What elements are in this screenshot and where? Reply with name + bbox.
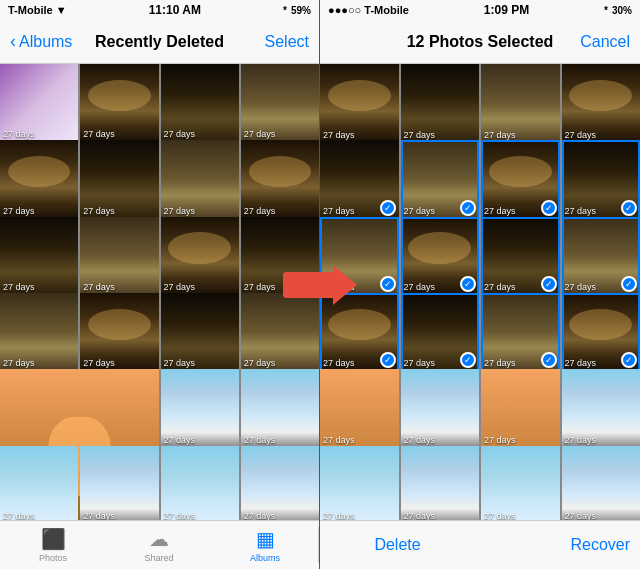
photo-cell[interactable]: 27 days	[481, 369, 560, 448]
photo-cell[interactable]: 27 days	[0, 217, 78, 295]
days-label: 27 days	[164, 129, 196, 139]
battery-right: 30%	[612, 5, 632, 16]
tab-albums[interactable]: ▦ Albums	[212, 527, 318, 563]
photo-cell[interactable]: 27 days ✓	[562, 140, 641, 219]
photo-cell[interactable]: 27 days ✓	[562, 217, 641, 296]
photo-cell[interactable]: 27 days	[161, 217, 239, 295]
photo-cell[interactable]: 27 days	[0, 64, 78, 142]
photo-cell[interactable]: 27 days	[241, 217, 319, 295]
photo-cell[interactable]: 27 days	[80, 64, 158, 142]
photo-cell[interactable]: 27 days	[562, 64, 641, 143]
right-tab-bar: Delete Recover	[320, 520, 640, 569]
days-label: 27 days	[323, 511, 355, 520]
days-label: 27 days	[164, 435, 196, 445]
days-label: 27 days	[323, 282, 355, 292]
photo-cell[interactable]: 27 days ✓	[401, 217, 480, 296]
status-icons-left: * 59%	[283, 5, 311, 16]
photo-cell[interactable]: 27 days	[401, 64, 480, 143]
photo-cell[interactable]: 27 days ✓	[401, 140, 480, 219]
photo-cell[interactable]: 27 days ✓	[481, 293, 560, 372]
photo-cell[interactable]: 27 days	[161, 369, 239, 447]
photo-cell[interactable]: 27 days	[241, 140, 319, 218]
days-label: 27 days	[3, 511, 35, 520]
photo-cell[interactable]: 27 days	[320, 64, 399, 143]
delete-label[interactable]: Delete	[374, 536, 420, 554]
left-photo-grid: 27 days 27 days 27 days 27 days 27 days	[0, 64, 319, 520]
days-label: 27 days	[244, 358, 276, 368]
photo-cell[interactable]: 27 days ✓	[320, 140, 399, 219]
tab-albums-label: Albums	[250, 553, 280, 563]
photo-cell[interactable]: 27 days	[241, 369, 319, 447]
photo-cell[interactable]: 27 days	[161, 140, 239, 218]
photo-cell[interactable]: 27 days	[80, 446, 158, 520]
tab-photos[interactable]: ⬛ Photos	[0, 527, 106, 563]
tab-photos-label: Photos	[39, 553, 67, 563]
albums-icon: ▦	[256, 527, 275, 551]
photo-cell[interactable]: 27 days	[161, 64, 239, 142]
days-label: 27 days	[565, 435, 597, 445]
right-header-title: 12 Photos Selected	[407, 33, 554, 51]
recover-button[interactable]: Recover	[475, 536, 640, 554]
days-label: 27 days	[565, 511, 597, 520]
photo-cell[interactable]: 27 days	[80, 140, 158, 218]
left-panel: T-Mobile ▼ 11:10 AM * 59% ‹ Albums Recen…	[0, 0, 320, 569]
days-label: 27 days	[83, 129, 115, 139]
photo-cell[interactable]: 27 days	[320, 446, 399, 520]
days-label: 27 days	[484, 206, 516, 216]
photo-cell[interactable]: 27 days	[80, 217, 158, 295]
recover-label[interactable]: Recover	[570, 536, 630, 554]
photo-cell[interactable]: 27 days	[0, 140, 78, 218]
days-label: 27 days	[83, 511, 115, 520]
selection-badge: ✓	[541, 276, 557, 292]
back-button[interactable]: ‹ Albums	[10, 31, 72, 52]
cancel-button[interactable]: Cancel	[580, 33, 630, 50]
days-label: 27 days	[3, 206, 35, 216]
days-label: 27 days	[565, 358, 597, 368]
cancel-action[interactable]: Cancel	[580, 33, 630, 51]
selection-badge: ✓	[460, 200, 476, 216]
photo-cell[interactable]: 27 days	[481, 446, 560, 520]
photo-cell[interactable]: 27 days ✓	[481, 217, 560, 296]
bluetooth-icon-left: *	[283, 5, 287, 16]
photo-cell[interactable]: 27 days	[161, 293, 239, 371]
photo-cell[interactable]: 27 days	[401, 446, 480, 520]
photo-cell[interactable]: 27 days	[320, 369, 399, 448]
photo-cell[interactable]: 27 days	[0, 293, 78, 371]
photo-cell[interactable]: 27 days	[80, 293, 158, 371]
delete-button[interactable]: Delete	[320, 536, 475, 554]
photo-cell[interactable]: 27 days	[241, 64, 319, 142]
chevron-left-icon: ‹	[10, 31, 16, 52]
days-label: 27 days	[404, 206, 436, 216]
photos-icon: ⬛	[41, 527, 66, 551]
back-label[interactable]: Albums	[19, 33, 72, 51]
photo-cell[interactable]: 27 days	[562, 446, 641, 520]
photo-cell[interactable]: 27 days	[401, 369, 480, 448]
back-nav[interactable]: ‹ Albums	[10, 31, 72, 52]
left-status-bar: T-Mobile ▼ 11:10 AM * 59%	[0, 0, 319, 20]
select-action[interactable]: Select	[265, 33, 309, 51]
photo-cell[interactable]: 27 days ✓	[481, 140, 560, 219]
photo-thumbnail	[401, 446, 480, 520]
days-label: 27 days	[484, 282, 516, 292]
days-label: 27 days	[83, 206, 115, 216]
photo-thumbnail	[481, 446, 560, 520]
photo-cell[interactable]: 27 days	[0, 446, 78, 520]
photo-cell[interactable]: 27 days ✓	[320, 293, 399, 372]
carrier-right: ●●●○○ T-Mobile	[328, 4, 409, 16]
photo-cell[interactable]: 27 days ✓	[401, 293, 480, 372]
select-button[interactable]: Select	[265, 33, 309, 50]
photo-cell[interactable]: 27 days	[241, 446, 319, 520]
photo-cell[interactable]: 27 days	[241, 293, 319, 371]
days-label: 27 days	[164, 358, 196, 368]
days-label: 27 days	[244, 511, 276, 520]
photo-thumbnail	[320, 446, 399, 520]
photo-cell[interactable]: 27 days ✓	[320, 217, 399, 296]
photo-cell[interactable]: 27 days	[161, 446, 239, 520]
photo-cell[interactable]: 27 days	[481, 64, 560, 143]
photo-cell[interactable]: 27 days ✓	[562, 293, 641, 372]
left-header-title: Recently Deleted	[95, 33, 224, 51]
left-header: ‹ Albums Recently Deleted Select	[0, 20, 319, 64]
tab-shared[interactable]: ☁ Shared	[106, 527, 212, 563]
right-status-bar: ●●●○○ T-Mobile 1:09 PM * 30%	[320, 0, 640, 20]
photo-cell[interactable]: 27 days	[562, 369, 641, 448]
